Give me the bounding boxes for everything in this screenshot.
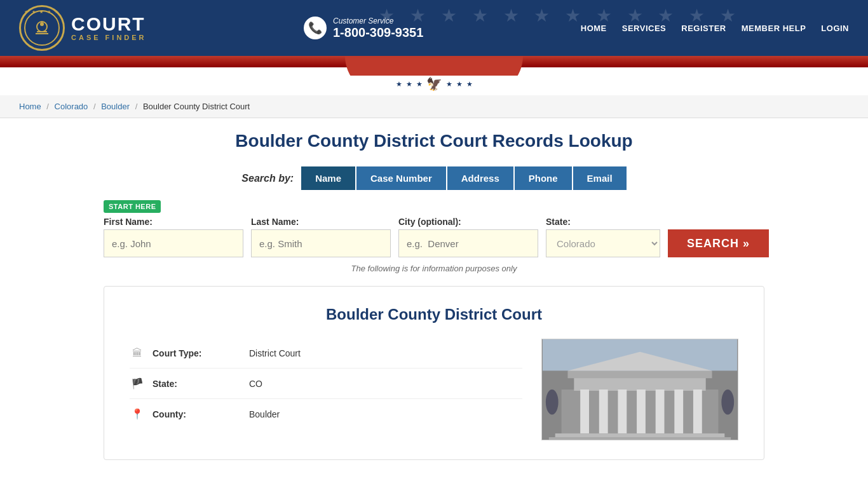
court-info-title: Boulder County District Court [130, 306, 738, 323]
city-input[interactable] [398, 229, 538, 257]
state-label: State: [546, 217, 660, 227]
breadcrumb-bar: Home / Colorado / Boulder / Boulder Coun… [0, 95, 868, 118]
court-info-box: Boulder County District Court 🏛 Court Ty… [104, 286, 764, 460]
search-by-label: Search by: [241, 173, 294, 184]
nav-member-help[interactable]: MEMBER HELP [742, 24, 806, 33]
info-note: The following is for information purpose… [104, 264, 764, 273]
state-key: State: [153, 379, 241, 389]
page-title: Boulder County District Court Records Lo… [104, 131, 764, 151]
search-button[interactable]: SEARCH » [668, 229, 769, 257]
logo-circle: ★ ★ ★ ★ ★ [19, 5, 65, 51]
last-name-input[interactable] [251, 229, 391, 257]
logo-stars: ★ ★ ★ ★ ★ [21, 10, 63, 15]
svg-rect-7 [567, 370, 712, 378]
main-nav: HOME SERVICES REGISTER MEMBER HELP LOGIN [581, 24, 849, 33]
eagle-stars-row: ★ ★ ★ 🦅 ★ ★ ★ [396, 76, 473, 92]
tab-phone[interactable]: Phone [515, 166, 572, 190]
nav-home[interactable]: HOME [581, 24, 607, 33]
star-left-3: ★ [416, 80, 423, 88]
svg-rect-8 [580, 390, 589, 433]
building-icon: 🏛 [130, 348, 145, 359]
breadcrumb-sep-1: / [46, 102, 49, 111]
svg-point-3 [40, 22, 44, 26]
court-type-row: 🏛 Court Type: District Court [130, 339, 522, 369]
state-value: CO [249, 379, 262, 389]
breadcrumb-home[interactable]: Home [19, 102, 41, 111]
first-name-group: First Name: [104, 217, 243, 257]
tab-name[interactable]: Name [301, 166, 355, 190]
phone-label: Customer Service [333, 17, 423, 25]
site-header: ★ ★ ★ ★ ★ COURT CASE FINDER 📞 Customer S… [0, 0, 868, 56]
breadcrumb-colorado[interactable]: Colorado [55, 102, 88, 111]
breadcrumb-current: Boulder County District Court [143, 102, 250, 111]
state-row: 🏴 State: CO [130, 369, 522, 399]
phone-info: Customer Service 1-800-309-9351 [333, 17, 423, 40]
flag-icon: 🏴 [130, 377, 145, 390]
svg-rect-16 [549, 437, 731, 440]
star-left-1: ★ [396, 80, 402, 88]
logo-inner [24, 10, 60, 46]
search-form-row: First Name: Last Name: City (optional): … [104, 217, 764, 257]
tab-email[interactable]: Email [573, 166, 627, 190]
logo-area: ★ ★ ★ ★ ★ COURT CASE FINDER [19, 5, 147, 51]
phone-number[interactable]: 1-800-309-9351 [333, 25, 423, 40]
svg-rect-13 [674, 390, 683, 433]
svg-rect-12 [656, 390, 665, 433]
svg-point-17 [546, 390, 559, 415]
court-type-value: District Court [249, 348, 301, 358]
city-group: City (optional): [398, 217, 538, 257]
eagle-ribbon: ★ ★ ★ 🦅 ★ ★ ★ [345, 56, 523, 95]
eagle-area: ★ ★ ★ 🦅 ★ ★ ★ [0, 67, 868, 95]
county-row: 📍 County: Boulder [130, 399, 522, 429]
star-right-2: ★ [456, 80, 463, 88]
star-right-3: ★ [466, 80, 473, 88]
search-by-row: Search by: Name Case Number Address Phon… [104, 166, 764, 190]
star-right-1: ★ [446, 80, 452, 88]
logo-court-label: COURT [71, 15, 147, 34]
state-group: State: Colorado Alabama Alaska Arizona C… [546, 217, 660, 257]
breadcrumb-boulder[interactable]: Boulder [101, 102, 130, 111]
svg-rect-11 [637, 390, 646, 433]
start-here-badge: START HERE [104, 200, 161, 213]
svg-rect-14 [693, 390, 702, 433]
tab-case-number[interactable]: Case Number [356, 166, 446, 190]
logo-case-finder-label: CASE FINDER [71, 34, 147, 41]
search-form-area: START HERE First Name: Last Name: City (… [104, 200, 764, 257]
eagle-icon: 🦅 [426, 76, 442, 92]
nav-login[interactable]: LOGIN [821, 24, 849, 33]
court-info-body: 🏛 Court Type: District Court 🏴 State: CO… [130, 339, 738, 440]
svg-point-18 [721, 390, 734, 415]
tab-address[interactable]: Address [447, 166, 513, 190]
court-type-key: Court Type: [153, 348, 241, 358]
svg-rect-6 [574, 377, 705, 391]
state-select[interactable]: Colorado Alabama Alaska Arizona Californ… [546, 229, 660, 257]
svg-rect-10 [618, 390, 627, 433]
phone-area: 📞 Customer Service 1-800-309-9351 [304, 17, 423, 40]
court-info-left: 🏛 Court Type: District Court 🏴 State: CO… [130, 339, 522, 440]
last-name-group: Last Name: [251, 217, 391, 257]
svg-rect-15 [555, 433, 725, 437]
breadcrumb-sep-3: / [135, 102, 138, 111]
star-left-2: ★ [406, 80, 412, 88]
last-name-label: Last Name: [251, 217, 391, 227]
breadcrumb-sep-2: / [93, 102, 96, 111]
city-label: City (optional): [398, 217, 538, 227]
nav-services[interactable]: SERVICES [622, 24, 667, 33]
county-key: County: [153, 409, 241, 419]
pin-icon: 📍 [130, 408, 145, 420]
main-content: Boulder County District Court Records Lo… [85, 118, 783, 473]
nav-register[interactable]: REGISTER [681, 24, 726, 33]
court-image [541, 339, 738, 440]
first-name-input[interactable] [104, 229, 243, 257]
svg-rect-9 [599, 390, 608, 433]
county-value: Boulder [249, 409, 280, 419]
phone-icon: 📞 [304, 17, 327, 39]
logo-text: COURT CASE FINDER [71, 15, 147, 41]
first-name-label: First Name: [104, 217, 243, 227]
